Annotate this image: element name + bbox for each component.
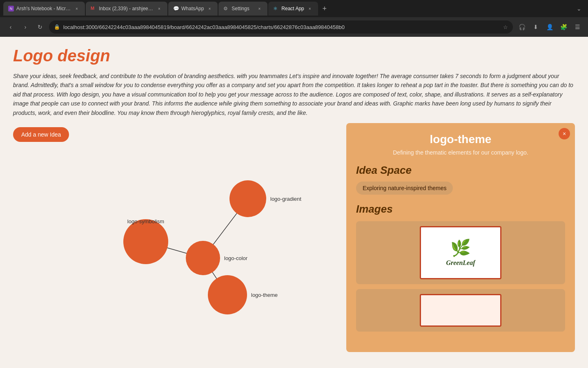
tab-3-close[interactable]: ×: [206, 5, 213, 12]
page-description: Share your ideas, seek feedback, and con…: [13, 72, 575, 117]
page-title: Logo design: [13, 47, 575, 65]
node-label-logo-symbolism: logo-symbolism: [127, 218, 164, 224]
image-placeholder-1: 🌿 GreenLeaf: [420, 226, 501, 279]
leaf-icon: 🌿: [450, 238, 471, 258]
tab-5-close[interactable]: ×: [307, 5, 313, 12]
greenleaf-logo: 🌿 GreenLeaf: [446, 238, 475, 267]
refresh-button[interactable]: ↻: [34, 21, 46, 33]
image-card-1: 🌿 GreenLeaf: [356, 221, 565, 284]
menu-icon[interactable]: ☰: [572, 21, 583, 33]
tab-1-favicon: N: [8, 6, 14, 11]
node-logo-gradient[interactable]: [229, 180, 266, 217]
tab-1-title: Arsh's Notebook - Microsoft O...: [16, 6, 71, 11]
tab-2[interactable]: M Inbox (2,339) - arshjeetsingh12 ×: [86, 2, 167, 16]
pocket-icon[interactable]: 🎧: [516, 21, 528, 33]
extensions-icon[interactable]: 🧩: [558, 21, 569, 33]
tab-5[interactable]: ⚛ React App ×: [268, 2, 318, 16]
node-logo-symbolism[interactable]: [123, 219, 168, 264]
new-tab-button[interactable]: +: [319, 3, 330, 14]
node-label-logo-theme: logo-theme: [251, 292, 278, 298]
bookmark-icon[interactable]: ☆: [503, 24, 508, 30]
address-bar: ‹ › ↻ 🔒 localhost:3000/66242244c03aaa898…: [0, 17, 588, 37]
images-label: Images: [356, 203, 565, 215]
tab-1-close[interactable]: ×: [74, 5, 80, 12]
panel-subtitle: Defining the thematic elements for our c…: [356, 149, 565, 156]
tab-4-favicon: ⚙: [223, 6, 229, 11]
tab-bar: N Arsh's Notebook - Microsoft O... × M I…: [0, 0, 588, 17]
tab-5-title: React App: [281, 6, 304, 11]
panel-close-button[interactable]: ×: [559, 128, 570, 139]
right-panel: × logo-theme Defining the thematic eleme…: [346, 123, 575, 352]
tab-4-title: Settings: [232, 6, 254, 11]
image-placeholder-2: [420, 294, 501, 327]
tab-3[interactable]: 💬 WhatsApp ×: [168, 2, 218, 16]
tab-2-title: Inbox (2,339) - arshjeetsingh12: [99, 6, 154, 11]
tab-2-favicon: M: [91, 6, 96, 11]
tab-4[interactable]: ⚙ Settings ×: [218, 2, 267, 16]
node-label-logo-gradient: logo-gradient: [270, 196, 301, 202]
tab-5-favicon: ⚛: [273, 6, 279, 11]
toolbar-icons: 🎧 ⬇ 👤 🧩 ☰: [516, 21, 583, 33]
node-logo-color[interactable]: [186, 241, 220, 275]
add-idea-button[interactable]: Add a new Idea: [13, 127, 69, 142]
panel-title: logo-theme: [356, 133, 565, 146]
back-button[interactable]: ‹: [5, 21, 16, 33]
idea-tag: Exploring nature-inspired themes: [356, 182, 453, 195]
tab-3-title: WhatsApp: [181, 6, 204, 11]
url-text: localhost:3000/66242244c03aaa8984045819/…: [63, 24, 500, 30]
node-label-logo-color: logo-color: [224, 255, 248, 261]
idea-space-label: Idea Space: [356, 164, 565, 177]
node-graph: logo-gradient logo-symbolism logo-color …: [13, 160, 332, 356]
tab-4-close[interactable]: ×: [256, 5, 263, 12]
tab-1[interactable]: N Arsh's Notebook - Microsoft O... ×: [3, 2, 85, 16]
node-logo-theme[interactable]: [208, 275, 247, 314]
url-bar[interactable]: 🔒 localhost:3000/66242244c03aaa898404581…: [49, 20, 513, 34]
forward-button[interactable]: ›: [20, 21, 31, 33]
download-icon[interactable]: ⬇: [530, 21, 541, 33]
tab-3-favicon: 💬: [173, 6, 179, 11]
browser-chrome: N Arsh's Notebook - Microsoft O... × M I…: [0, 0, 588, 37]
image-card-2: [356, 289, 565, 332]
greenleaf-text: GreenLeaf: [446, 259, 475, 267]
page-content: Logo design Share your ideas, seek feedb…: [0, 37, 588, 341]
security-icon: 🔒: [54, 24, 60, 30]
tab-2-close[interactable]: ×: [156, 5, 163, 12]
main-area: Add a new Idea + −: [13, 127, 575, 332]
tab-overflow-button[interactable]: ⌄: [573, 4, 585, 13]
profile-icon[interactable]: 👤: [544, 21, 555, 33]
